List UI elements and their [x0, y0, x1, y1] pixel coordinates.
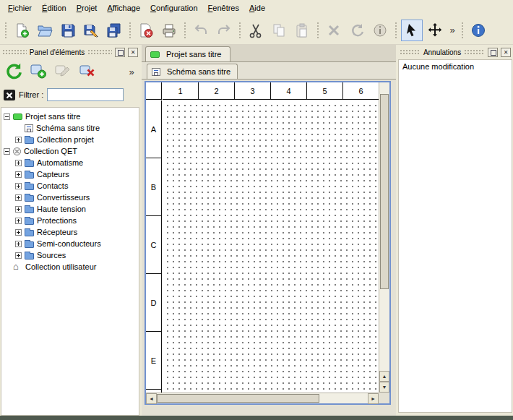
- clear-filter-icon[interactable]: [4, 90, 15, 100]
- close-file-button[interactable]: [135, 20, 157, 41]
- filter-input[interactable]: [47, 88, 124, 101]
- vertical-scrollbar[interactable]: ▲ ▼: [379, 82, 389, 393]
- elements-tree[interactable]: Projet sans titre Schéma sans titre Coll…: [1, 107, 139, 416]
- tree-item-collection-projet[interactable]: Collection projet: [1, 134, 139, 145]
- project-icon: [150, 51, 160, 58]
- tree-item-schema-sans-titre[interactable]: Schéma sans titre: [1, 122, 139, 134]
- expand-icon[interactable]: [15, 171, 22, 178]
- toolbar-grip[interactable]: [238, 21, 242, 40]
- toolbar-grip[interactable]: [128, 21, 132, 40]
- panel-overflow-button[interactable]: »: [126, 67, 137, 77]
- expand-icon[interactable]: [15, 160, 22, 166]
- close-panel-button[interactable]: ✕: [501, 48, 511, 57]
- toolbar-grip[interactable]: [316, 21, 320, 40]
- menu-configuration[interactable]: Configuration: [145, 1, 202, 15]
- project-properties-button[interactable]: [467, 20, 489, 41]
- copy-button[interactable]: [268, 20, 290, 41]
- tree-item-collection-qet[interactable]: Collection QET: [1, 145, 139, 157]
- column-label: 3: [235, 82, 271, 99]
- new-element-button[interactable]: [27, 61, 49, 82]
- folder-icon: [25, 195, 34, 202]
- horizontal-scrollbar[interactable]: ◄ ►: [146, 393, 379, 403]
- collapse-icon[interactable]: [4, 113, 10, 120]
- tree-item-capteurs[interactable]: Capteurs: [1, 168, 139, 180]
- open-project-button[interactable]: [34, 20, 56, 41]
- new-document-button[interactable]: [11, 20, 33, 41]
- schema-tab-bar: Schéma sans titre: [142, 62, 396, 80]
- delete-element-button[interactable]: [77, 61, 98, 82]
- undo-button[interactable]: [190, 20, 212, 41]
- tree-item-contacts[interactable]: Contacts: [1, 180, 139, 192]
- tree-item-haute-tension[interactable]: Haute tension: [1, 203, 139, 215]
- conductor-properties-button[interactable]: [369, 20, 391, 41]
- float-panel-button[interactable]: [488, 48, 498, 57]
- menu-affichage[interactable]: Affichage: [102, 1, 145, 15]
- close-panel-button[interactable]: ✕: [128, 48, 138, 57]
- redo-button[interactable]: [213, 20, 235, 41]
- save-all-button[interactable]: [103, 20, 125, 41]
- expand-icon[interactable]: [15, 183, 22, 189]
- expand-icon[interactable]: [15, 229, 22, 236]
- expand-icon[interactable]: [15, 206, 22, 213]
- scroll-right-button[interactable]: ►: [368, 393, 379, 404]
- expand-icon[interactable]: [15, 137, 22, 143]
- horizontal-scrollbar-thumb[interactable]: [157, 394, 319, 403]
- elements-panel-titlebar[interactable]: Panel d'éléments ✕: [0, 45, 140, 58]
- select-mode-button[interactable]: [401, 20, 423, 41]
- vertical-scrollbar-thumb[interactable]: [380, 94, 389, 289]
- desktop-background-strip: [0, 416, 513, 420]
- scroll-down-button[interactable]: ▼: [379, 382, 389, 393]
- expand-icon[interactable]: [15, 252, 22, 259]
- menu-aide[interactable]: Aide: [244, 1, 270, 15]
- tab-schema-sans-titre[interactable]: Schéma sans titre: [147, 64, 238, 79]
- menu-edition[interactable]: Édition: [37, 1, 72, 15]
- tree-item-convertisseurs[interactable]: Convertisseurs: [1, 192, 139, 203]
- undo-history-list[interactable]: Aucune modification: [398, 59, 512, 413]
- toolbar-grip[interactable]: [183, 21, 187, 40]
- reload-collections-button[interactable]: [3, 61, 25, 82]
- undo-panel-titlebar[interactable]: Annulations ✕: [397, 45, 513, 58]
- scroll-left-button[interactable]: ◄: [146, 393, 157, 404]
- float-panel-button[interactable]: [115, 48, 125, 57]
- menu-fenetres[interactable]: Fenêtres: [203, 1, 244, 15]
- tree-item-protections[interactable]: Protections: [1, 215, 139, 226]
- tree-item-collection-utilisateur[interactable]: Collection utilisateur: [1, 261, 139, 273]
- menu-projet[interactable]: Projet: [72, 1, 103, 15]
- undo-empty-text: Aucune modification: [402, 62, 474, 71]
- save-as-button[interactable]: [80, 20, 102, 41]
- scrollbar-track[interactable]: [319, 393, 368, 403]
- scroll-up-button[interactable]: ▲: [379, 371, 389, 382]
- rotate-button[interactable]: [346, 20, 368, 41]
- edit-element-button[interactable]: [52, 61, 74, 82]
- tree-item-recepteurs[interactable]: Récepteurs: [1, 226, 139, 238]
- pan-mode-button[interactable]: [424, 20, 446, 41]
- expand-icon[interactable]: [15, 194, 22, 201]
- toolbar-grip[interactable]: [394, 21, 398, 40]
- toolbar-overflow-button[interactable]: »: [447, 25, 458, 35]
- undo-panel-title: Annulations: [423, 48, 461, 56]
- expand-icon[interactable]: [15, 241, 22, 247]
- menu-fichier[interactable]: Fichier: [3, 1, 37, 15]
- home-icon: [13, 262, 22, 272]
- save-button[interactable]: [57, 20, 79, 41]
- tab-projet-sans-titre[interactable]: Projet sans titre: [145, 46, 230, 61]
- main-toolbar: »: [0, 16, 513, 45]
- toolbar-grip[interactable]: [460, 21, 465, 40]
- toolbar-grip[interactable]: [4, 21, 8, 40]
- elements-panel-toolbar: »: [0, 58, 140, 85]
- tree-item-automatisme[interactable]: Automatisme: [1, 157, 139, 168]
- delete-button[interactable]: [323, 20, 345, 41]
- tree-item-sources[interactable]: Sources: [1, 249, 139, 261]
- column-label: 1: [163, 82, 199, 99]
- print-button[interactable]: [158, 20, 180, 41]
- diagram-view: 1 2 3 4 5 6 A B C D E ▲ ▼ ◄: [145, 81, 391, 405]
- tree-item-semi-conducteurs[interactable]: Semi-conducteurs: [1, 238, 139, 249]
- diagram-canvas[interactable]: [163, 100, 379, 393]
- expand-icon[interactable]: [15, 218, 22, 224]
- paste-button[interactable]: [291, 20, 313, 41]
- collapse-icon[interactable]: [4, 148, 10, 155]
- schema-tab-label: Schéma sans titre: [167, 67, 230, 76]
- cut-button[interactable]: [245, 20, 267, 41]
- tree-item-label: Semi-conducteurs: [37, 239, 101, 248]
- tree-item-projet-sans-titre[interactable]: Projet sans titre: [1, 111, 139, 122]
